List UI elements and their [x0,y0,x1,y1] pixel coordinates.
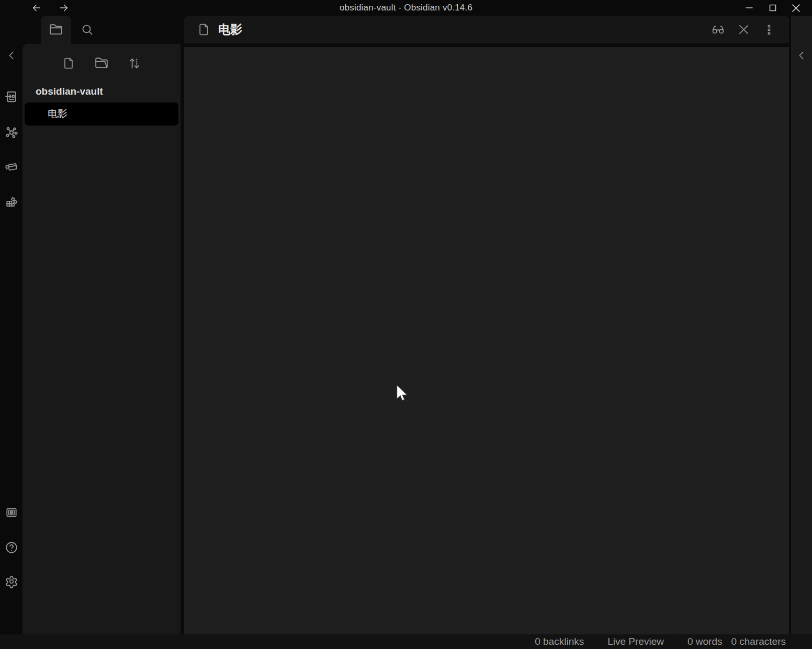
tab-search[interactable] [71,16,104,44]
more-options-button[interactable] [763,24,775,36]
more-options-icon [763,24,775,36]
vault-switcher-icon [5,506,18,519]
settings-gear-icon [5,575,18,589]
file-tree: 电影 [22,103,181,126]
sidebar-resize-handle[interactable] [181,16,184,634]
file-tree-item[interactable]: 电影 [25,103,178,126]
status-backlinks[interactable]: 0 backlinks [535,636,584,647]
main-pane: 电影 [184,16,789,634]
maximize-button[interactable] [761,0,784,16]
random-note-button[interactable] [5,195,18,209]
titlebar: obsidian-vault - Obsidian v0.14.6 [0,0,812,16]
left-ribbon [0,16,22,634]
close-icon [792,4,800,12]
sort-order-icon [128,56,141,70]
view-header-divider [184,43,789,47]
navigate-forward-button[interactable] [57,1,71,15]
status-character-count: 0 characters [731,636,786,647]
view-title: 电影 [218,21,242,38]
right-ribbon [791,16,812,634]
minimize-button[interactable] [737,0,761,16]
back-arrow-icon [31,2,42,14]
file-explorer-folder-icon [49,23,63,37]
explorer-actions [22,52,181,75]
app-body: obsidian-vault 电影 [0,16,812,634]
reading-mode-glasses-icon [712,23,725,36]
vault-switcher-button[interactable] [5,506,18,519]
graph-view-button[interactable] [5,126,18,139]
quick-switcher-button[interactable] [5,90,18,104]
close-tab-button[interactable] [737,24,750,36]
tab-file-explorer[interactable] [41,16,71,44]
maximize-icon [769,4,776,12]
reading-mode-button[interactable] [712,24,724,36]
note-file-icon [197,23,210,36]
help-button[interactable] [5,541,18,554]
random-note-icon [5,195,18,209]
zettelkasten-note-button[interactable] [5,160,18,174]
status-word-count: 0 words [687,636,723,647]
left-sidebar: obsidian-vault 电影 [22,16,181,634]
view-header: 电影 [184,16,789,43]
window-title: obsidian-vault - Obsidian v0.14.6 [340,3,472,13]
close-window-button[interactable] [784,0,808,16]
help-icon [5,541,18,554]
status-bar: 0 backlinks Live Preview 0 words 0 chara… [0,634,812,649]
zettelkasten-note-icon [5,160,18,174]
new-folder-button[interactable] [91,53,112,74]
view-header-title-group: 电影 [197,21,242,38]
file-explorer-panel: obsidian-vault 电影 [22,44,181,634]
expand-right-sidebar-icon [796,50,807,61]
sidebar-tab-header [22,16,181,44]
editor-area[interactable] [184,47,789,634]
quick-switcher-icon [5,90,18,104]
close-tab-icon [738,24,750,36]
forward-arrow-icon [58,2,70,14]
search-icon [81,24,94,36]
status-editor-mode[interactable]: Live Preview [607,636,664,647]
new-note-button[interactable] [58,53,79,74]
settings-button[interactable] [5,575,18,589]
file-tree-item-label: 电影 [48,107,67,121]
sort-order-button[interactable] [124,53,145,74]
new-folder-icon [95,56,108,70]
collapse-left-sidebar-button[interactable] [5,49,18,62]
graph-view-icon [5,126,18,139]
expand-right-sidebar-button[interactable] [795,49,808,62]
minimize-icon [746,4,753,12]
window-controls [737,0,808,16]
navigate-back-button[interactable] [30,1,43,15]
new-note-icon [62,57,75,70]
collapse-left-sidebar-icon [6,50,17,61]
vault-name[interactable]: obsidian-vault [22,84,181,99]
obsidian-window: obsidian-vault - Obsidian v0.14.6 [0,0,812,649]
view-actions [712,24,775,36]
